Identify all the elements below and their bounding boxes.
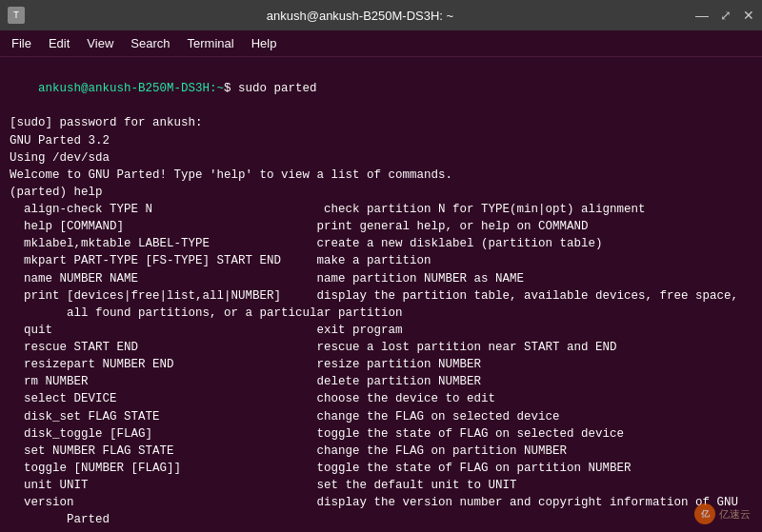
term-line-13: quit exit program xyxy=(10,322,752,339)
term-line-16: rm NUMBER delete partition NUMBER xyxy=(10,373,752,390)
term-line-20: set NUMBER FLAG STATE change the FLAG on… xyxy=(10,443,752,460)
term-line-23: version display the version number and c… xyxy=(10,494,752,511)
term-line-5: (parted) help xyxy=(10,184,752,201)
term-line-1: [sudo] password for ankush: xyxy=(10,114,752,131)
term-line-2: GNU Parted 3.2 xyxy=(10,132,752,149)
term-line-7: help [COMMAND] print general help, or he… xyxy=(10,218,752,235)
watermark-logo: 亿 xyxy=(694,503,715,524)
term-line-18: disk_set FLAG STATE change the FLAG on s… xyxy=(10,408,752,425)
term-line-11: print [devices|free|list,all|NUMBER] dis… xyxy=(10,287,752,305)
term-line-3: Using /dev/sda xyxy=(10,149,752,167)
term-line-22: unit UNIT set the default unit to UNIT xyxy=(10,477,752,494)
titlebar: T ankush@ankush-B250M-DS3H: ~ — ⤢ ✕ xyxy=(0,0,762,30)
menu-view[interactable]: View xyxy=(79,33,121,53)
term-line-prompt-end: (parted) xyxy=(10,528,752,532)
term-line-12: all found partitions, or a particular pa… xyxy=(10,305,752,322)
minimize-button[interactable]: — xyxy=(695,9,709,22)
menubar: File Edit View Search Terminal Help xyxy=(0,30,762,57)
term-line-15: resizepart NUMBER END resize partition N… xyxy=(10,356,752,373)
watermark-text: 亿速云 xyxy=(719,507,751,522)
terminal-app-icon: T xyxy=(8,7,25,24)
menu-search[interactable]: Search xyxy=(123,33,177,53)
term-line-4: Welcome to GNU Parted! Type 'help' to vi… xyxy=(10,167,752,184)
term-line-8: mklabel,mktable LABEL-TYPE create a new … xyxy=(10,235,752,252)
term-line-9: mkpart PART-TYPE [FS-TYPE] START END mak… xyxy=(10,252,752,269)
menu-edit[interactable]: Edit xyxy=(41,33,77,53)
watermark: 亿 亿速云 xyxy=(694,503,751,524)
maximize-button[interactable]: ⤢ xyxy=(720,9,732,22)
term-line-21: toggle [NUMBER [FLAG]] toggle the state … xyxy=(10,460,752,477)
term-line-prompt: ankush@ankush-B250M-DS3H:~$ sudo parted xyxy=(10,63,752,114)
close-button[interactable]: ✕ xyxy=(743,9,754,22)
titlebar-controls[interactable]: — ⤢ ✕ xyxy=(695,9,754,22)
term-line-10: name NUMBER NAME name partition NUMBER a… xyxy=(10,270,752,287)
menu-terminal[interactable]: Terminal xyxy=(180,33,242,53)
term-line-24: Parted xyxy=(10,511,752,528)
menu-help[interactable]: Help xyxy=(244,33,285,53)
menu-file[interactable]: File xyxy=(4,33,39,53)
term-line-6: align-check TYPE N check partition N for… xyxy=(10,201,752,218)
term-line-17: select DEVICE choose the device to edit xyxy=(10,390,752,407)
terminal-area[interactable]: ankush@ankush-B250M-DS3H:~$ sudo parted … xyxy=(0,57,762,532)
titlebar-title: ankush@ankush-B250M-DS3H: ~ xyxy=(25,9,695,23)
titlebar-left: T xyxy=(8,7,25,24)
term-line-19: disk_toggle [FLAG] toggle the state of F… xyxy=(10,425,752,443)
term-line-14: rescue START END rescue a lost partition… xyxy=(10,339,752,356)
